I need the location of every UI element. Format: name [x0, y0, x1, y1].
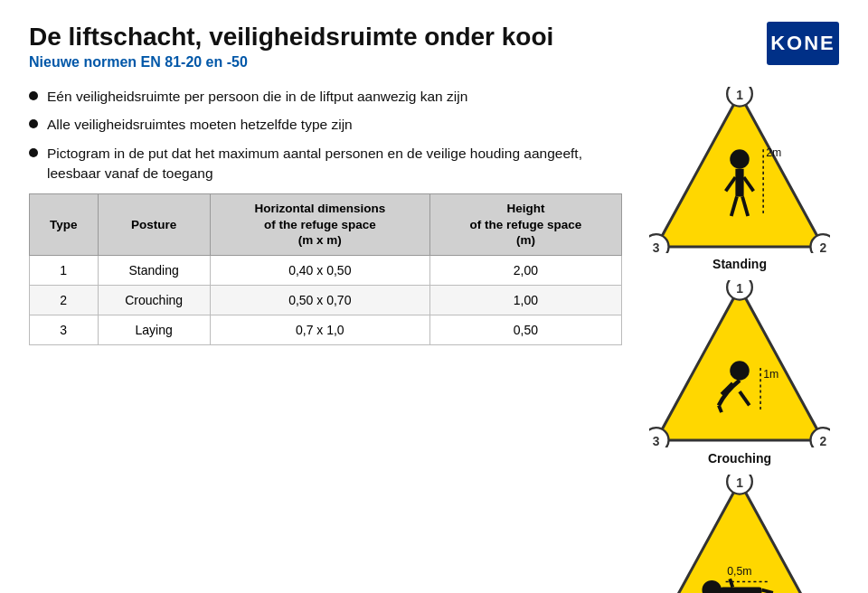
svg-rect-36	[720, 587, 761, 593]
svg-text:0,5m: 0,5m	[727, 565, 751, 578]
svg-text:3: 3	[653, 240, 660, 254]
svg-text:1: 1	[736, 87, 743, 101]
col-horizontal-dim: Horizontal dimensionsof the refuge space…	[210, 194, 429, 256]
bullet-dot	[29, 91, 38, 100]
table-cell: 0,7 x 1,0	[210, 315, 429, 344]
svg-text:1: 1	[736, 475, 743, 490]
col-height: Heightof the refuge space(m)	[429, 194, 621, 256]
right-content: 1 3 2 2m Standing	[640, 87, 839, 593]
crouching-pictogram-block: 1 3 2 1m Crouching	[649, 280, 830, 466]
table-cell: 0,50	[429, 315, 621, 344]
table-cell: 1,00	[429, 285, 621, 315]
standing-triangle-svg: 1 3 2 2m	[649, 87, 830, 254]
header: De liftschacht, veiligheidsruimte onder …	[29, 22, 839, 71]
table-row: 2Crouching0,50 x 0,701,00	[30, 285, 622, 315]
data-table: Type Posture Horizontal dimensionsof the…	[29, 193, 622, 345]
bullet-list: Eén veiligheidsruimte per persoon die in…	[29, 87, 622, 184]
list-item: Eén veiligheidsruimte per persoon die in…	[29, 87, 622, 107]
bullet-dot	[29, 119, 38, 128]
table-row: 3Laying0,7 x 1,00,50	[30, 315, 622, 344]
table-cell: Laying	[98, 315, 210, 344]
crouching-triangle-svg: 1 3 2 1m	[649, 280, 830, 447]
col-posture: Posture	[98, 194, 210, 256]
list-item: Alle veiligheidsruimtes moeten hetzelfde…	[29, 115, 622, 135]
col-type: Type	[30, 194, 99, 256]
left-content: Eén veiligheidsruimte per persoon die in…	[29, 87, 640, 593]
table-cell: 3	[30, 315, 99, 344]
list-item: Pictogram in de put dat het maximum aant…	[29, 144, 622, 183]
laying-pictogram-block: 1 3 2 0,5m Laying	[649, 475, 830, 593]
kone-logo-text: KONE	[770, 32, 835, 55]
table-row: 1Standing0,40 x 0,502,00	[30, 255, 622, 285]
svg-text:2: 2	[819, 240, 826, 254]
svg-text:3: 3	[653, 434, 660, 447]
subtitle: Nieuwe normen EN 81-20 en -50	[29, 54, 553, 71]
table-cell: 0,50 x 0,70	[210, 285, 429, 315]
table-header-row: Type Posture Horizontal dimensionsof the…	[30, 194, 622, 256]
header-title-block: De liftschacht, veiligheidsruimte onder …	[29, 22, 553, 71]
standing-label: Standing	[712, 257, 767, 271]
svg-text:1: 1	[736, 281, 743, 296]
svg-text:2m: 2m	[766, 146, 781, 159]
bullet-dot	[29, 148, 38, 157]
main-title: De liftschacht, veiligheidsruimte onder …	[29, 22, 553, 52]
table-section: Type Posture Horizontal dimensionsof the…	[29, 193, 622, 345]
main-layout: Eén veiligheidsruimte per persoon die in…	[29, 87, 839, 593]
table-cell: 2	[30, 285, 99, 315]
bullet-text: Eén veiligheidsruimte per persoon die in…	[47, 87, 467, 107]
table-cell: Standing	[98, 255, 210, 285]
laying-triangle-svg: 1 3 2 0,5m	[649, 475, 830, 593]
bullet-text: Pictogram in de put dat het maximum aant…	[47, 144, 622, 183]
svg-rect-8	[735, 168, 743, 196]
table-cell: 1	[30, 255, 99, 285]
svg-point-22	[730, 361, 750, 381]
bullet-text: Alle veiligheidsruimtes moeten hetzelfde…	[47, 115, 353, 135]
svg-text:1m: 1m	[763, 368, 778, 381]
table-cell: 2,00	[429, 255, 621, 285]
standing-pictogram-block: 1 3 2 2m Standing	[649, 87, 830, 272]
table-cell: 0,40 x 0,50	[210, 255, 429, 285]
kone-logo: KONE	[767, 22, 839, 65]
svg-text:2: 2	[819, 434, 826, 447]
crouching-label: Crouching	[708, 451, 771, 466]
svg-point-7	[730, 149, 750, 169]
table-cell: Crouching	[98, 285, 210, 315]
